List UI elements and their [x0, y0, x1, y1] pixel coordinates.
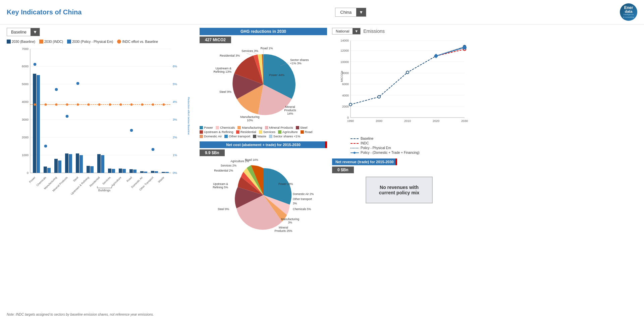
svg-text:Manufacturing: Manufacturing: [281, 217, 299, 221]
svg-rect-48: [112, 169, 115, 173]
svg-text:3%: 3%: [293, 202, 297, 205]
sector-legend-item: Manufacturing: [237, 126, 262, 129]
svg-point-64: [66, 104, 68, 106]
svg-text:Power: Power: [29, 176, 36, 184]
svg-text:Residential 2%: Residential 2%: [214, 169, 233, 172]
svg-point-149: [378, 95, 380, 98]
svg-text:2000: 2000: [342, 105, 349, 108]
svg-rect-59: [162, 172, 165, 173]
legend-label-indc: 2030 (INDC): [44, 40, 63, 44]
svg-rect-55: [144, 172, 147, 173]
header: Key Indicators of China China ▼ Ener dat…: [0, 0, 644, 24]
logo-subtext: data: [625, 10, 633, 13]
sector-legend-item: Sector shares <1%: [269, 134, 301, 138]
svg-text:Services: Services: [102, 176, 111, 185]
svg-rect-35: [58, 161, 61, 173]
svg-marker-159: [434, 54, 438, 58]
svg-text:Reduction effort below Baselin: Reduction effort below Baseline: [187, 97, 190, 135]
center-panel: GHG reductions in 2030 427 MtCO2: [200, 28, 327, 319]
svg-rect-46: [101, 155, 104, 173]
svg-text:5%: 5%: [173, 82, 177, 86]
line-chart-legend: Baseline INDC Policy - Physical Em Polic…: [332, 137, 637, 154]
svg-point-164: [354, 152, 356, 154]
svg-rect-28: [33, 74, 36, 173]
country-selector[interactable]: China ▼: [335, 8, 366, 17]
svg-point-66: [88, 104, 90, 106]
svg-point-73: [163, 104, 165, 106]
sector-legend-item: Waste: [253, 134, 266, 138]
svg-rect-60: [165, 172, 169, 173]
svg-text:4000: 4000: [22, 100, 29, 104]
svg-text:3000: 3000: [22, 118, 29, 121]
svg-rect-56: [151, 171, 154, 173]
legend-label-policy: 2030 (Policy - Physical Em): [72, 40, 113, 44]
legend-policy-dom: Policy - (Domestic + Trade + Financing): [351, 151, 637, 154]
svg-text:0: 0: [27, 171, 29, 175]
svg-text:0%: 0%: [173, 171, 177, 175]
net-revenue-title-text: Net revenue (trade) for 2015-2030: [335, 160, 394, 164]
svg-text:Upstream & Refining: Upstream & Refining: [70, 176, 90, 196]
emissions-title: Emissions: [363, 28, 385, 34]
svg-rect-41: [79, 155, 83, 173]
svg-text:Steel 9%: Steel 9%: [218, 207, 229, 211]
national-dropdown-btn[interactable]: ▼: [353, 28, 360, 34]
svg-rect-40: [76, 153, 79, 173]
ghg-pie-svg: Power 44% Mineral Products 14% Manufactu…: [206, 46, 320, 123]
svg-text:1%: 1%: [173, 153, 177, 157]
svg-text:Products: Products: [284, 109, 296, 112]
legend-policy-phys: Policy - Physical Em: [351, 146, 637, 150]
svg-text:Waste: Waste: [157, 176, 165, 184]
sector-legend-item: Mineral Products: [265, 126, 293, 129]
svg-text:2000: 2000: [376, 119, 382, 123]
baseline-dropdown-btn[interactable]: ▼: [31, 28, 40, 36]
svg-text:Mineral: Mineral: [285, 105, 295, 109]
svg-point-36: [55, 88, 58, 91]
svg-point-61: [34, 104, 36, 106]
svg-line-157: [436, 48, 465, 56]
svg-rect-34: [54, 159, 58, 173]
main-content: Baseline ▼ 2030 (Baseline) 2030 (INDC) 2…: [0, 24, 644, 319]
national-selector[interactable]: National ▼: [332, 28, 361, 35]
footer-note: Note: INDC targets assigned to sectors b…: [7, 313, 154, 316]
svg-rect-38: [69, 154, 72, 173]
svg-point-53: [130, 129, 133, 132]
svg-text:Chemicals 5%: Chemicals 5%: [293, 207, 311, 211]
sector-legend-item: Chemicals: [216, 126, 235, 129]
net-cost-title-bar: Net cost (abatement + trade) for 2015-20…: [200, 141, 327, 148]
svg-text:0: 0: [347, 116, 349, 119]
svg-text:5000: 5000: [22, 82, 29, 86]
svg-text:Manufacturing: Manufacturing: [240, 115, 259, 119]
legend-item-policy: 2030 (Policy - Physical Em): [67, 40, 113, 44]
svg-text:1990: 1990: [347, 119, 354, 123]
country-dropdown-btn[interactable]: ▼: [356, 8, 366, 16]
legend-item-effort: INDC effort vs. Baseline: [117, 40, 158, 44]
legend-item-baseline: 2030 (Baseline): [7, 40, 35, 44]
svg-rect-45: [97, 154, 101, 173]
svg-text:Power 44%: Power 44%: [269, 73, 284, 77]
header-title: Key Indicators of China: [7, 8, 82, 16]
svg-text:14000: 14000: [340, 39, 349, 42]
baseline-value: Baseline: [7, 28, 31, 36]
svg-point-69: [120, 104, 122, 106]
svg-point-70: [130, 104, 133, 106]
svg-rect-37: [65, 153, 68, 173]
legend-color-policy: [67, 40, 71, 44]
legend-color-baseline: [7, 40, 11, 44]
left-panel: Baseline ▼ 2030 (Baseline) 2030 (INDC) 2…: [7, 28, 195, 319]
logo-circle: Ener data intelligence& consulting: [620, 3, 637, 21]
sector-legend: Power Chemicals Manufacturing Mineral Pr…: [200, 126, 327, 138]
svg-point-71: [141, 104, 144, 106]
svg-text:2000: 2000: [22, 136, 29, 139]
svg-point-33: [44, 145, 47, 147]
logo: Ener data intelligence& consulting: [620, 3, 637, 21]
svg-point-42: [76, 82, 79, 85]
svg-text:4000: 4000: [342, 94, 349, 97]
svg-text:Road 1%: Road 1%: [260, 47, 273, 50]
svg-text:Road: Road: [126, 176, 133, 183]
logo-tagline: intelligence& consulting: [623, 13, 634, 18]
svg-text:7000: 7000: [22, 47, 29, 51]
svg-text:2020: 2020: [433, 119, 439, 123]
legend-indc: INDC: [351, 141, 637, 145]
net-revenue-title-bar: Net revenue (trade) for 2015-2030: [332, 158, 397, 165]
svg-point-63: [55, 104, 58, 106]
